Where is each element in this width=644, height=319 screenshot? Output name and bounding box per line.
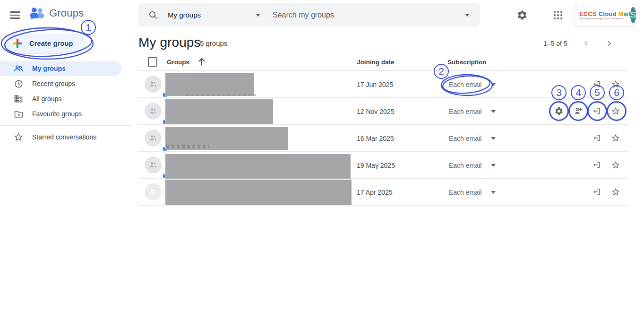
search-scope-dropdown[interactable]: My groups <box>168 11 273 19</box>
subscription-value: Each email <box>449 162 481 169</box>
chevron-down-icon <box>491 137 496 140</box>
pagination: 1–5 of 5 <box>543 37 633 50</box>
table-row[interactable]: 17 Jun 2025 Each email <box>138 71 628 98</box>
groups-people-icon <box>29 7 45 19</box>
building-icon <box>13 94 24 104</box>
search-icon <box>148 10 158 20</box>
search-options-chevron-down-icon[interactable] <box>465 14 470 17</box>
sidebar-item-favourite-groups[interactable]: Favourite groups <box>0 106 131 121</box>
pagination-range: 1–5 of 5 <box>543 40 567 47</box>
leave-group-icon[interactable] <box>591 159 602 171</box>
search-input[interactable] <box>273 11 465 19</box>
chevron-down-icon <box>491 83 496 86</box>
sidebar-item-my-groups[interactable]: My groups <box>0 61 121 76</box>
select-all-checkbox[interactable] <box>148 57 157 67</box>
clock-icon <box>13 78 24 89</box>
user-avatar[interactable]: S <box>630 7 635 23</box>
group-avatar-icon <box>145 103 162 120</box>
create-group-label: Create group <box>29 40 73 47</box>
subscription-value: Each email <box>449 81 481 88</box>
column-header-subscription[interactable]: Subscription <box>447 59 487 66</box>
redacted-group-name <box>165 99 273 124</box>
table-row[interactable]: 16 Mar 2025 Each email <box>138 125 628 152</box>
leave-group-icon[interactable] <box>591 132 602 144</box>
subscription-dropdown[interactable]: Each email <box>449 189 496 196</box>
star-group-icon[interactable] <box>610 186 621 198</box>
subscription-dropdown[interactable]: Each email <box>449 135 496 142</box>
plus-icon <box>12 38 23 49</box>
sidebar-nav: My groups Recent groups All groups Favou… <box>0 61 131 121</box>
leave-group-icon[interactable] <box>591 105 602 117</box>
prev-page-chevron-icon[interactable] <box>581 38 592 49</box>
sort-ascending-arrow-icon[interactable] <box>196 56 207 68</box>
brand-word-cloud: Cloud <box>599 10 617 17</box>
joining-date: 16 Mar 2025 <box>357 135 394 142</box>
table-row[interactable]: 12 Nov 2025 Each email <box>138 98 628 125</box>
groups-logo[interactable]: Groups <box>29 7 84 19</box>
group-count: 5 groups <box>200 39 227 47</box>
star-icon <box>13 132 24 142</box>
star-group-icon[interactable] <box>610 132 621 144</box>
subscription-dropdown[interactable]: Each email <box>449 162 496 169</box>
sidebar-item-label: Favourite groups <box>32 110 82 118</box>
column-header-joining-date[interactable]: Joining date <box>357 59 395 66</box>
sidebar-item-label: Recent groups <box>32 80 75 87</box>
group-avatar-icon <box>145 156 162 173</box>
brand-tagline: Information Technology Center, The Unive… <box>579 17 623 20</box>
table-row[interactable]: 17 Apr 2025 Each email <box>138 179 628 206</box>
star-group-icon[interactable] <box>610 78 621 90</box>
starred-conversations-label: Starred conversations <box>32 133 96 141</box>
redacted-group-name <box>165 180 352 205</box>
hamburger-menu-icon[interactable] <box>9 9 22 22</box>
create-group-button[interactable]: Create group <box>5 34 86 53</box>
group-avatar-icon <box>145 183 162 200</box>
redacted-text-remnant <box>166 145 209 148</box>
next-page-chevron-icon[interactable] <box>603 38 615 49</box>
apps-grid-icon[interactable] <box>552 9 564 21</box>
top-app-bar: Groups My groups ECCS Cloud Mail Infor <box>0 0 644 30</box>
chevron-down-icon <box>491 110 496 113</box>
group-avatar-icon <box>145 129 162 147</box>
redacted-group-name <box>165 154 351 179</box>
joining-date: 19 May 2025 <box>357 162 395 169</box>
table-header: Groups Joining date Subscription <box>138 57 628 71</box>
redacted-group-name <box>165 73 254 96</box>
group-avatar-icon <box>145 76 162 93</box>
sidebar-item-label: All groups <box>32 95 61 103</box>
add-member-icon[interactable] <box>573 105 584 117</box>
brand-word-eccs: ECCS <box>579 10 597 17</box>
sidebar-item-recent-groups[interactable]: Recent groups <box>0 76 131 91</box>
subscription-dropdown[interactable]: Each email <box>449 81 496 88</box>
star-group-icon[interactable] <box>610 105 621 117</box>
settings-gear-icon[interactable] <box>516 9 528 21</box>
subscription-value: Each email <box>449 189 481 196</box>
joining-date: 17 Jun 2025 <box>357 81 393 88</box>
subscription-dropdown[interactable]: Each email <box>449 108 496 115</box>
search-bar[interactable]: My groups <box>138 3 480 26</box>
people-icon <box>13 63 24 74</box>
star-group-icon[interactable] <box>610 159 621 171</box>
table-row[interactable]: 19 May 2025 Each email <box>138 152 628 179</box>
sidebar-item-label: My groups <box>32 65 66 72</box>
sidebar-item-all-groups[interactable]: All groups <box>0 91 131 106</box>
folder-star-icon <box>13 109 24 119</box>
group-settings-gear-icon[interactable] <box>553 105 565 117</box>
leave-group-icon[interactable] <box>591 186 602 198</box>
groups-table: 17 Jun 2025 Each email 12 Nov 2025 Each … <box>138 71 628 206</box>
chevron-down-icon <box>491 164 496 167</box>
account-card[interactable]: ECCS Cloud Mail Information Technology C… <box>575 4 636 26</box>
chevron-down-icon <box>256 14 260 17</box>
brand-word-mail: Mail <box>618 10 630 17</box>
joining-date: 12 Nov 2025 <box>357 108 394 115</box>
subscription-value: Each email <box>449 108 481 115</box>
product-name: Groups <box>49 7 84 19</box>
leave-group-icon[interactable] <box>591 78 602 90</box>
sidebar-divider <box>0 125 131 126</box>
chevron-down-icon <box>491 191 496 194</box>
column-header-groups[interactable]: Groups <box>167 59 189 66</box>
eccs-brand: ECCS Cloud Mail Information Technology C… <box>579 10 630 20</box>
page-title: My groups <box>138 35 201 50</box>
subscription-value: Each email <box>449 135 481 142</box>
search-scope-label: My groups <box>168 11 201 19</box>
sidebar-item-starred-conversations[interactable]: Starred conversations <box>0 129 131 145</box>
